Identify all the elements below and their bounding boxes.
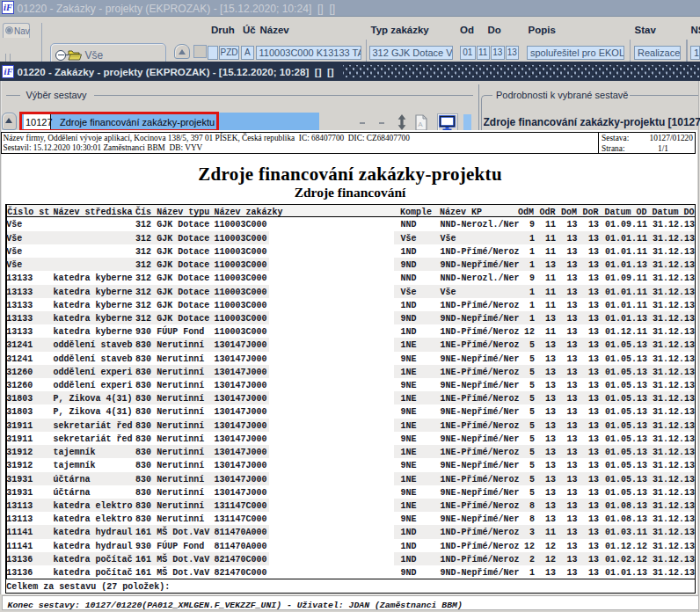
- svg-text:A: A: [418, 120, 423, 128]
